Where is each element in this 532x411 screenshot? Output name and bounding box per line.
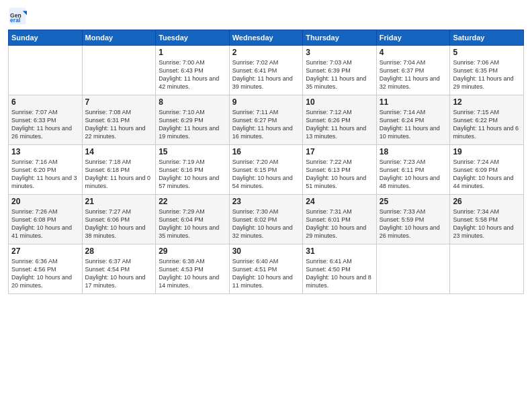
column-header-tuesday: Tuesday <box>156 30 230 46</box>
calendar-cell: 3Sunrise: 7:03 AMSunset: 6:39 PMDaylight… <box>303 46 377 95</box>
day-number: 5 <box>453 48 521 57</box>
cell-detail: Sunrise: 7:02 AMSunset: 6:41 PMDaylight:… <box>232 58 300 91</box>
daylight-text: Daylight: 11 hours and 13 minutes. <box>306 124 373 140</box>
calendar-cell: 29Sunrise: 6:38 AMSunset: 4:53 PMDayligh… <box>156 244 230 294</box>
daylight-text: Daylight: 10 hours and 48 minutes. <box>380 174 447 190</box>
day-number: 28 <box>85 246 153 256</box>
calendar-week-4: 20Sunrise: 7:26 AMSunset: 6:08 PMDayligh… <box>9 195 524 244</box>
calendar-table: SundayMondayTuesdayWednesdayThursdayFrid… <box>8 30 524 294</box>
calendar-cell: 4Sunrise: 7:04 AMSunset: 6:37 PMDaylight… <box>376 46 450 95</box>
cell-detail: Sunrise: 7:23 AMSunset: 6:11 PMDaylight:… <box>380 158 447 191</box>
cell-detail: Sunrise: 7:26 AMSunset: 6:08 PMDaylight:… <box>11 208 79 240</box>
calendar-cell: 30Sunrise: 6:40 AMSunset: 4:51 PMDayligh… <box>229 244 303 294</box>
calendar-cell: 16Sunrise: 7:20 AMSunset: 6:15 PMDayligh… <box>229 145 303 195</box>
daylight-text: Daylight: 11 hours and 6 minutes. <box>453 124 521 140</box>
daylight-text: Daylight: 11 hours and 29 minutes. <box>453 75 521 91</box>
sunrise-text: Sunrise: 7:34 AM <box>453 208 521 216</box>
day-number: 30 <box>232 246 300 256</box>
column-header-friday: Friday <box>376 30 450 46</box>
calendar-cell: 26Sunrise: 7:34 AMSunset: 5:58 PMDayligh… <box>450 195 524 244</box>
daylight-text: Daylight: 10 hours and 38 minutes. <box>85 224 153 240</box>
day-number: 7 <box>85 97 153 107</box>
sunset-text: Sunset: 4:56 PM <box>11 265 79 273</box>
column-header-thursday: Thursday <box>303 30 377 46</box>
cell-detail: Sunrise: 7:34 AMSunset: 5:58 PMDaylight:… <box>453 208 521 240</box>
sunset-text: Sunset: 6:41 PM <box>232 66 300 75</box>
day-number: 14 <box>85 147 153 156</box>
sunset-text: Sunset: 6:18 PM <box>85 166 153 174</box>
daylight-text: Daylight: 10 hours and 17 minutes. <box>85 273 153 289</box>
daylight-text: Daylight: 11 hours and 10 minutes. <box>380 124 447 140</box>
cell-detail: Sunrise: 7:03 AMSunset: 6:39 PMDaylight:… <box>306 58 373 91</box>
cell-detail: Sunrise: 6:40 AMSunset: 4:51 PMDaylight:… <box>232 257 300 290</box>
cell-detail: Sunrise: 7:31 AMSunset: 6:01 PMDaylight:… <box>306 208 373 240</box>
day-number: 26 <box>453 197 521 206</box>
daylight-text: Daylight: 10 hours and 57 minutes. <box>159 174 226 190</box>
sunset-text: Sunset: 6:15 PM <box>232 166 300 174</box>
cell-detail: Sunrise: 7:04 AMSunset: 6:37 PMDaylight:… <box>380 58 447 91</box>
sunset-text: Sunset: 4:53 PM <box>159 265 226 273</box>
sunrise-text: Sunrise: 7:16 AM <box>11 158 79 166</box>
daylight-text: Daylight: 11 hours and 39 minutes. <box>232 75 300 91</box>
column-header-sunday: Sunday <box>9 30 83 46</box>
calendar-header-row: SundayMondayTuesdayWednesdayThursdayFrid… <box>9 30 524 46</box>
calendar-cell: 27Sunrise: 6:36 AMSunset: 4:56 PMDayligh… <box>9 244 83 294</box>
calendar-week-3: 13Sunrise: 7:16 AMSunset: 6:20 PMDayligh… <box>9 145 524 195</box>
daylight-text: Daylight: 10 hours and 51 minutes. <box>306 174 373 190</box>
column-header-wednesday: Wednesday <box>229 30 303 46</box>
sunset-text: Sunset: 6:13 PM <box>306 166 373 174</box>
calendar-cell <box>450 244 524 294</box>
column-header-saturday: Saturday <box>450 30 524 46</box>
day-number: 31 <box>306 246 373 256</box>
calendar-cell: 11Sunrise: 7:14 AMSunset: 6:24 PMDayligh… <box>376 95 450 145</box>
day-number: 19 <box>453 147 521 156</box>
cell-detail: Sunrise: 7:19 AMSunset: 6:16 PMDaylight:… <box>159 158 226 191</box>
daylight-text: Daylight: 10 hours and 29 minutes. <box>306 224 373 240</box>
day-number: 27 <box>11 246 79 256</box>
calendar-cell: 14Sunrise: 7:18 AMSunset: 6:18 PMDayligh… <box>82 145 156 195</box>
sunset-text: Sunset: 6:43 PM <box>159 66 226 75</box>
day-number: 29 <box>159 246 226 256</box>
daylight-text: Daylight: 10 hours and 44 minutes. <box>453 174 521 190</box>
sunrise-text: Sunrise: 7:22 AM <box>306 158 373 166</box>
cell-detail: Sunrise: 6:36 AMSunset: 4:56 PMDaylight:… <box>11 257 79 290</box>
sunset-text: Sunset: 6:22 PM <box>453 116 521 124</box>
day-number: 11 <box>380 97 447 107</box>
calendar-cell: 31Sunrise: 6:41 AMSunset: 4:50 PMDayligh… <box>303 244 377 294</box>
daylight-text: Daylight: 10 hours and 20 minutes. <box>11 273 79 289</box>
cell-detail: Sunrise: 6:37 AMSunset: 4:54 PMDaylight:… <box>85 257 153 290</box>
sunrise-text: Sunrise: 6:41 AM <box>306 257 373 265</box>
column-header-monday: Monday <box>82 30 156 46</box>
sunset-text: Sunset: 6:04 PM <box>159 216 226 224</box>
calendar-cell <box>9 46 83 95</box>
daylight-text: Daylight: 11 hours and 19 minutes. <box>159 124 226 140</box>
cell-detail: Sunrise: 7:15 AMSunset: 6:22 PMDaylight:… <box>453 108 521 141</box>
sunrise-text: Sunrise: 7:18 AM <box>85 158 153 166</box>
calendar-cell: 25Sunrise: 7:33 AMSunset: 5:59 PMDayligh… <box>376 195 450 244</box>
sunset-text: Sunset: 6:37 PM <box>380 66 447 75</box>
sunrise-text: Sunrise: 7:14 AM <box>380 108 447 116</box>
daylight-text: Daylight: 11 hours and 3 minutes. <box>11 174 79 190</box>
cell-detail: Sunrise: 7:16 AMSunset: 6:20 PMDaylight:… <box>11 158 79 191</box>
sunset-text: Sunset: 6:33 PM <box>11 116 79 124</box>
day-number: 20 <box>11 197 79 206</box>
daylight-text: Daylight: 10 hours and 11 minutes. <box>232 273 300 289</box>
day-number: 21 <box>85 197 153 206</box>
calendar-week-1: 1Sunrise: 7:00 AMSunset: 6:43 PMDaylight… <box>9 46 524 95</box>
calendar-cell <box>82 46 156 95</box>
cell-detail: Sunrise: 7:33 AMSunset: 5:59 PMDaylight:… <box>380 208 447 240</box>
sunrise-text: Sunrise: 6:38 AM <box>159 257 226 265</box>
day-number: 24 <box>306 197 373 206</box>
day-number: 18 <box>380 147 447 156</box>
calendar-week-5: 27Sunrise: 6:36 AMSunset: 4:56 PMDayligh… <box>9 244 524 294</box>
day-number: 23 <box>232 197 300 206</box>
calendar-cell: 9Sunrise: 7:11 AMSunset: 6:27 PMDaylight… <box>229 95 303 145</box>
sunrise-text: Sunrise: 7:11 AM <box>232 108 300 116</box>
cell-detail: Sunrise: 6:38 AMSunset: 4:53 PMDaylight:… <box>159 257 226 290</box>
daylight-text: Daylight: 11 hours and 32 minutes. <box>380 75 447 91</box>
sunrise-text: Sunrise: 7:29 AM <box>159 208 226 216</box>
day-number: 8 <box>159 97 226 107</box>
day-number: 6 <box>11 97 79 107</box>
daylight-text: Daylight: 10 hours and 32 minutes. <box>232 224 300 240</box>
day-number: 12 <box>453 97 521 107</box>
